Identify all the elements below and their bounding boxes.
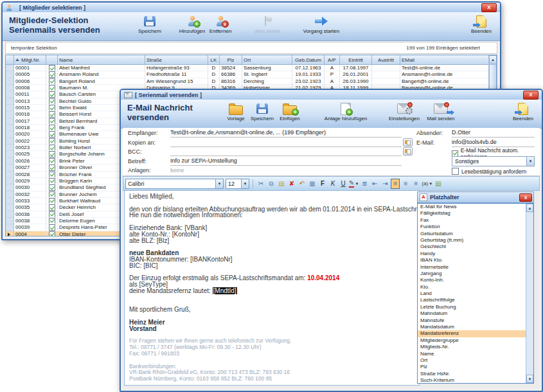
read-receipt-checkbox[interactable] [452, 168, 459, 175]
row-selector[interactable] [6, 231, 14, 236]
underline-icon[interactable]: U [339, 179, 348, 189]
save-button[interactable]: Speichern [248, 102, 276, 121]
list-item[interactable]: Funktion [418, 224, 526, 230]
row-checkbox-cell[interactable] [46, 218, 58, 224]
align-right-icon[interactable]: ≡ [411, 179, 420, 189]
member-window-titlebar[interactable]: [ Mitglieder selektieren ] X [3, 3, 500, 12]
row-checkbox-cell[interactable] [46, 98, 58, 105]
list-item[interactable]: Fax [418, 217, 526, 224]
table-row[interactable]: 00006Bangert RolandAm Wiesengrund 15D863… [6, 78, 489, 85]
row-checkbox[interactable] [49, 71, 55, 78]
list-item[interactable]: Kto. [418, 284, 526, 290]
row-checkbox[interactable] [49, 151, 55, 157]
row-selector[interactable] [6, 151, 14, 157]
placeholder-scrollbar[interactable]: ▲ ▼ [526, 204, 533, 383]
row-selector[interactable] [6, 71, 14, 78]
row-selector[interactable] [6, 178, 14, 184]
list-item[interactable]: Mahndatum [418, 310, 526, 317]
row-selector[interactable] [6, 105, 14, 111]
column-header-plz[interactable]: Plz [220, 55, 242, 64]
row-checkbox-cell[interactable] [46, 71, 58, 78]
row-selector[interactable] [6, 111, 14, 118]
row-checkbox[interactable] [49, 224, 55, 231]
row-checkbox-cell[interactable] [46, 151, 58, 157]
recipients-field[interactable]: Test@t-online.de,Ansmann@t-online.de, ..… [170, 129, 402, 138]
row-selector[interactable] [6, 204, 14, 211]
row-checkbox[interactable] [49, 165, 55, 171]
row-checkbox-cell[interactable] [46, 184, 58, 191]
row-checkbox[interactable] [49, 131, 55, 138]
row-checkbox[interactable] [49, 111, 55, 118]
paste-icon[interactable]: ▤ [277, 179, 286, 189]
message-body-editor[interactable]: Liebes Mitglied,den von dir bislang erte… [124, 190, 420, 386]
row-checkbox-cell[interactable] [46, 165, 58, 171]
column-header-gebdatum[interactable]: Geb.Datum [292, 55, 325, 64]
row-checkbox[interactable] [49, 85, 55, 91]
select-all-button[interactable]: alles selekt. [254, 14, 281, 34]
row-selector[interactable] [6, 172, 14, 178]
cc-field[interactable] [170, 139, 402, 147]
exit-button[interactable]: Beenden [468, 14, 495, 34]
image-icon[interactable]: ▦ [308, 179, 317, 189]
table-row[interactable]: 00001Abel ManfredHofangerstraße 93D38524… [6, 65, 489, 71]
column-header-austritt[interactable]: Austritt [372, 55, 400, 64]
row-checkbox[interactable] [49, 125, 55, 131]
row-checkbox[interactable] [49, 198, 55, 204]
list-item[interactable]: Geburtsdatum [418, 231, 526, 237]
row-checkbox[interactable] [49, 138, 55, 145]
row-checkbox[interactable] [49, 98, 55, 105]
exit-button[interactable]: Beenden [510, 102, 537, 121]
sender-email-value[interactable]: info@tools4vb.de [452, 139, 535, 147]
row-checkbox[interactable] [49, 172, 55, 178]
chevron-down-icon[interactable]: ▼ [526, 157, 534, 166]
bcc-field[interactable] [170, 148, 402, 156]
column-header-strae[interactable]: Straße [145, 55, 208, 64]
list-item[interactable]: Mandatsdatum [418, 324, 526, 330]
row-checkbox-cell[interactable] [46, 198, 58, 204]
column-header-email[interactable]: EMail [400, 55, 489, 64]
table-row[interactable]: 00005Ansmann RolandFriedhofstraße 11D663… [6, 71, 489, 78]
column-header-ap[interactable]: A/P [325, 55, 340, 64]
row-checkbox-cell[interactable] [46, 138, 58, 145]
row-selector[interactable] [6, 224, 14, 231]
row-checkbox-cell[interactable] [46, 204, 58, 211]
row-checkbox-cell[interactable] [46, 125, 58, 131]
row-checkbox-cell[interactable] [46, 158, 58, 165]
address-book-icon[interactable] [403, 147, 413, 156]
list-item[interactable]: IBAN Kto. [418, 257, 526, 263]
row-checkbox[interactable] [49, 231, 55, 236]
address-book-icon[interactable] [403, 138, 413, 147]
close-icon[interactable]: X [523, 91, 539, 100]
bold-icon[interactable]: F [318, 179, 327, 189]
column-header-checkbox[interactable] [46, 55, 58, 64]
start-process-button[interactable]: Vorgang starten [302, 14, 341, 34]
list-item[interactable]: Mandatsreferenz [418, 330, 526, 337]
row-checkbox[interactable] [49, 211, 55, 218]
insert-button[interactable]: + Einfügen [276, 102, 303, 121]
read-receipt-option[interactable]: Lesebestätigung anfordern [452, 168, 535, 175]
list-item[interactable]: Internetseite [418, 264, 526, 271]
special-char-icon[interactable]: (a)▼ [422, 179, 432, 189]
align-left-icon[interactable]: ≡ [391, 179, 400, 189]
sender-value[interactable]: D.Otter [452, 129, 535, 138]
row-checkbox[interactable] [49, 218, 55, 224]
row-checkbox[interactable] [49, 145, 55, 151]
font-color-icon[interactable]: ✎▼ [349, 179, 359, 189]
font-family-select[interactable]: Calibri ▼ [125, 179, 224, 189]
list-item[interactable]: Mitgliedergruppe [418, 337, 526, 344]
list-item[interactable]: Ort [418, 357, 526, 364]
row-checkbox[interactable] [49, 178, 55, 184]
scroll-up-icon[interactable]: ▲ [526, 204, 533, 212]
row-checkbox-cell[interactable] [46, 178, 58, 184]
row-checkbox[interactable] [49, 91, 55, 98]
row-selector[interactable] [6, 192, 14, 198]
row-checkbox[interactable] [49, 158, 55, 165]
row-checkbox-cell[interactable] [46, 111, 58, 118]
list-item[interactable]: Lastschriftfolge [418, 297, 526, 303]
row-checkbox-cell[interactable] [46, 105, 58, 111]
row-selector[interactable] [6, 125, 14, 131]
column-header-mitglnr[interactable]: Mitgl.Nr. [14, 55, 46, 64]
column-header-eintritt[interactable]: Eintritt [340, 55, 372, 64]
category-dropdown[interactable]: Sonstiges ▼ [452, 156, 535, 166]
italic-icon[interactable]: K [328, 179, 337, 189]
